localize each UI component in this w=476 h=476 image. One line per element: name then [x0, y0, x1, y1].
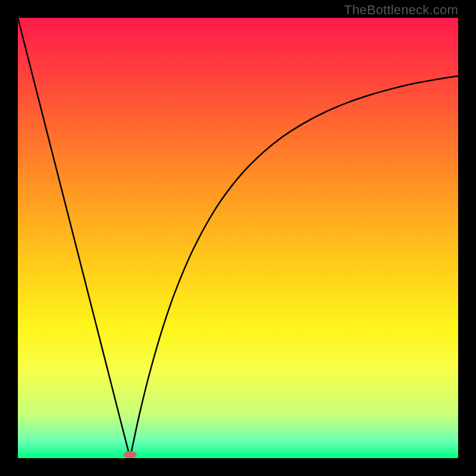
watermark-text: TheBottleneck.com [344, 2, 458, 18]
gradient-bg [18, 18, 458, 458]
chart-svg [18, 18, 458, 458]
chart-frame: TheBottleneck.com [0, 0, 476, 476]
minimum-marker [124, 451, 137, 458]
plot-area [18, 18, 458, 458]
